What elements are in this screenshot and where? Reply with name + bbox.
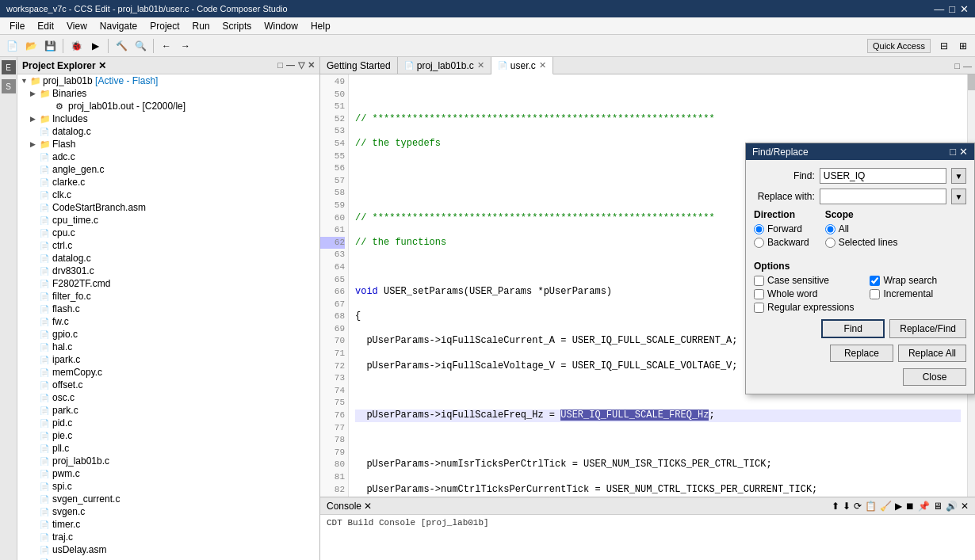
tree-osc[interactable]: 📄 osc.c (17, 391, 319, 404)
radio-all[interactable]: All (825, 223, 898, 234)
toolbar-back[interactable]: ← (158, 37, 175, 55)
toolbar-build[interactable]: 🔨 (113, 37, 130, 55)
close-dialog-button[interactable]: Close (903, 368, 966, 386)
tab-user-c[interactable]: 📄 user.c ✕ (491, 57, 553, 74)
dialog-close-btn[interactable]: ✕ (959, 146, 968, 158)
replace-dropdown[interactable]: ▼ (951, 189, 966, 204)
cb-regex-input[interactable] (754, 303, 764, 313)
tree-svgen[interactable]: 📄 svgen.c (17, 505, 319, 518)
tree-f2802[interactable]: 📄 F2802TF.cmd (17, 277, 319, 290)
menu-item-view[interactable]: View (60, 19, 94, 33)
tree-hal[interactable]: 📄 hal.c (17, 341, 319, 353)
tree-flash[interactable]: ▶ 📁 Flash (17, 138, 319, 150)
tree-cpu-time[interactable]: 📄 cpu_time.c (17, 214, 319, 227)
menu-item-run[interactable]: Run (186, 19, 216, 33)
tree-flash2[interactable]: 📄 flash.c (17, 303, 319, 315)
tab-proj-lab01b-c[interactable]: 📄 proj_lab01b.c ✕ (398, 57, 491, 74)
tree-drv8301[interactable]: 📄 drv8301.c (17, 265, 319, 277)
tab-minimize-btn[interactable]: — (963, 61, 972, 70)
toolbar-search[interactable]: 🔍 (132, 37, 149, 55)
pe-collapse-btn[interactable]: □ (277, 60, 283, 70)
tree-filter-fo[interactable]: 📄 filter_fo.c (17, 290, 319, 303)
tree-spi[interactable]: 📄 spi.c (17, 480, 319, 493)
tree-user-c[interactable]: ▼ 📄 user.c (17, 556, 319, 560)
tab-maximize-btn[interactable]: □ (954, 61, 960, 70)
tree-pll[interactable]: 📄 pll.c (17, 442, 319, 455)
toolbar-restore[interactable]: ⊞ (954, 37, 972, 55)
replace-find-button[interactable]: Replace/Find (889, 319, 966, 338)
scrollbar-thumb[interactable] (968, 74, 975, 90)
menu-item-help[interactable]: Help (304, 19, 337, 33)
activity-explorer[interactable]: E (2, 60, 16, 74)
toolbar-debug[interactable]: 🐞 (67, 37, 85, 55)
toolbar-maximize[interactable]: ⊟ (935, 37, 953, 55)
tree-datalog2[interactable]: 📄 datalog.c (17, 252, 319, 265)
console-stop-btn[interactable]: ⏹ (905, 501, 915, 512)
tab-user-c-close[interactable]: ✕ (539, 60, 546, 70)
tree-fw[interactable]: 📄 fw.c (17, 315, 319, 328)
tree-pid[interactable]: 📄 pid.c (17, 417, 319, 429)
radio-all-input[interactable] (825, 224, 835, 234)
menu-item-navigate[interactable]: Navigate (94, 19, 143, 33)
cb-case-sensitive-input[interactable] (754, 276, 764, 286)
console-run-btn[interactable]: ▶ (895, 501, 902, 512)
pe-minimize-btn[interactable]: — (286, 60, 295, 70)
menu-item-edit[interactable]: Edit (31, 19, 60, 33)
console-refresh-btn[interactable]: ⟳ (854, 501, 862, 512)
console-up-btn[interactable]: ⬆ (832, 501, 839, 512)
maximize-btn[interactable]: □ (949, 3, 955, 15)
tab-getting-started[interactable]: Getting Started (320, 57, 398, 74)
cb-incremental[interactable]: Incremental (870, 288, 937, 299)
radio-backward[interactable]: Backward (754, 237, 809, 248)
menu-item-window[interactable]: Window (258, 19, 304, 33)
cb-whole-word[interactable]: Whole word (754, 288, 854, 299)
dialog-maximize-btn[interactable]: □ (950, 146, 956, 158)
console-close-btn[interactable]: ✕ (961, 501, 969, 512)
console-down-btn[interactable]: ⬇ (843, 501, 851, 512)
console-clear-btn[interactable]: 🧹 (880, 501, 892, 512)
tree-pwm[interactable]: 📄 pwm.c (17, 467, 319, 480)
tree-offset[interactable]: 📄 offset.c (17, 379, 319, 391)
tree-proj-lab01b[interactable]: 📄 proj_lab01b.c (17, 455, 319, 467)
replace-button[interactable]: Replace (830, 345, 893, 362)
tree-adc[interactable]: 📄 adc.c (17, 150, 319, 163)
tree-gpio[interactable]: 📄 gpio.c (17, 328, 319, 341)
console-speaker-btn[interactable]: 🔊 (946, 501, 958, 512)
tree-traj[interactable]: 📄 traj.c (17, 531, 319, 543)
quick-access-button[interactable]: Quick Access (867, 39, 931, 53)
pe-close-btn[interactable]: ✕ (308, 60, 315, 70)
console-copy-btn[interactable]: 📋 (865, 501, 877, 512)
find-button[interactable]: Find (821, 319, 885, 338)
tree-binaries-out[interactable]: ⚙ proj_lab01b.out - [C2000/le] (17, 100, 319, 112)
tree-root[interactable]: ▼ 📁 proj_lab01b [Active - Flash] (17, 74, 319, 87)
tree-svgen-current[interactable]: 📄 svgen_current.c (17, 493, 319, 505)
toolbar-new[interactable]: 📄 (3, 37, 21, 55)
tree-park[interactable]: 📄 park.c (17, 404, 319, 417)
radio-forward[interactable]: Forward (754, 223, 809, 234)
tree-codestartbranch[interactable]: 📄 CodeStartBranch.asm (17, 201, 319, 214)
tree-ctrl[interactable]: 📄 ctrl.c (17, 239, 319, 252)
tree-usdelay[interactable]: 📄 usDelay.asm (17, 543, 319, 556)
tree-timer[interactable]: 📄 timer.c (17, 518, 319, 531)
replace-all-button[interactable]: Replace All (898, 345, 966, 362)
tab-proj-lab01b-c-close[interactable]: ✕ (477, 60, 484, 70)
tree-ipark[interactable]: 📄 ipark.c (17, 353, 319, 366)
toolbar-run[interactable]: ▶ (86, 37, 104, 55)
pe-menu-btn[interactable]: ▽ (298, 60, 304, 70)
tree-pie[interactable]: 📄 pie.c (17, 429, 319, 442)
close-btn[interactable]: ✕ (960, 3, 969, 15)
menu-item-file[interactable]: File (3, 19, 31, 33)
radio-selected-lines[interactable]: Selected lines (825, 237, 898, 248)
activity-search[interactable]: S (2, 79, 16, 93)
menu-item-scripts[interactable]: Scripts (216, 19, 258, 33)
cb-wrap-search-input[interactable] (870, 276, 880, 286)
tree-datalog[interactable]: 📄 datalog.c (17, 125, 319, 138)
tree-clarke[interactable]: 📄 clarke.c (17, 176, 319, 189)
cb-case-sensitive[interactable]: Case sensitive (754, 275, 854, 286)
tree-includes[interactable]: ▶ 📁 Includes (17, 112, 319, 125)
radio-forward-input[interactable] (754, 224, 764, 234)
find-input[interactable] (820, 168, 946, 184)
find-dropdown[interactable]: ▼ (951, 168, 966, 184)
radio-selected-lines-input[interactable] (825, 238, 835, 248)
radio-backward-input[interactable] (754, 238, 764, 248)
